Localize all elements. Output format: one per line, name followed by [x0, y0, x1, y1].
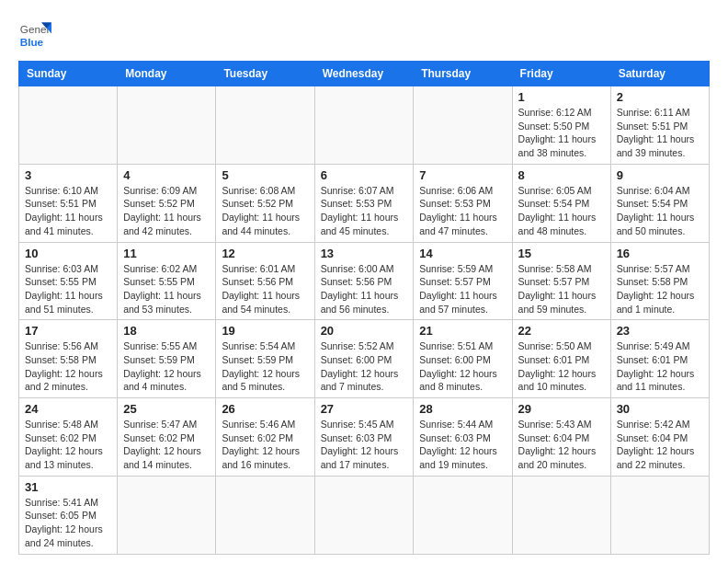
calendar-cell: 25Sunrise: 5:47 AM Sunset: 6:02 PM Dayli… — [118, 398, 216, 477]
calendar-cell — [610, 476, 709, 554]
day-info: Sunrise: 5:56 AM Sunset: 5:58 PM Dayligh… — [25, 339, 111, 394]
svg-text:Blue: Blue — [20, 36, 44, 48]
day-number: 30 — [617, 402, 703, 416]
calendar-cell — [216, 476, 314, 554]
calendar-cell: 23Sunrise: 5:49 AM Sunset: 6:01 PM Dayli… — [610, 320, 709, 398]
day-number: 11 — [123, 247, 210, 260]
calendar-table: SundayMondayTuesdayWednesdayThursdayFrid… — [18, 61, 710, 555]
day-number: 4 — [123, 168, 210, 182]
day-info: Sunrise: 6:08 AM Sunset: 5:52 PM Dayligh… — [222, 184, 308, 238]
day-info: Sunrise: 6:04 AM Sunset: 5:54 PM Dayligh… — [617, 184, 703, 238]
calendar-cell: 16Sunrise: 5:57 AM Sunset: 5:58 PM Dayli… — [610, 242, 709, 320]
day-number: 16 — [617, 247, 703, 260]
calendar-cell: 10Sunrise: 6:03 AM Sunset: 5:55 PM Dayli… — [19, 242, 118, 320]
calendar-cell — [216, 86, 314, 165]
calendar-cell — [118, 86, 216, 165]
day-info: Sunrise: 6:02 AM Sunset: 5:55 PM Dayligh… — [123, 262, 210, 316]
day-number: 2 — [617, 90, 703, 104]
calendar-cell: 5Sunrise: 6:08 AM Sunset: 5:52 PM Daylig… — [216, 164, 314, 242]
calendar-cell: 9Sunrise: 6:04 AM Sunset: 5:54 PM Daylig… — [610, 164, 709, 242]
calendar-cell: 14Sunrise: 5:59 AM Sunset: 5:57 PM Dayli… — [414, 242, 512, 320]
calendar-cell: 31Sunrise: 5:41 AM Sunset: 6:05 PM Dayli… — [19, 476, 118, 554]
day-number: 29 — [518, 402, 605, 416]
day-number: 22 — [518, 324, 605, 338]
weekday-header-tuesday: Tuesday — [216, 62, 314, 86]
calendar-cell: 17Sunrise: 5:56 AM Sunset: 5:58 PM Dayli… — [19, 320, 118, 398]
calendar-cell: 12Sunrise: 6:01 AM Sunset: 5:56 PM Dayli… — [216, 242, 314, 320]
day-number: 10 — [25, 247, 111, 260]
calendar-cell: 27Sunrise: 5:45 AM Sunset: 6:03 PM Dayli… — [314, 398, 414, 477]
calendar-cell: 8Sunrise: 6:05 AM Sunset: 5:54 PM Daylig… — [512, 164, 610, 242]
week-row-4: 24Sunrise: 5:48 AM Sunset: 6:02 PM Dayli… — [19, 398, 710, 477]
day-number: 14 — [419, 247, 506, 260]
day-info: Sunrise: 5:45 AM Sunset: 6:03 PM Dayligh… — [321, 418, 408, 472]
day-info: Sunrise: 6:05 AM Sunset: 5:54 PM Dayligh… — [518, 184, 605, 238]
calendar-cell: 29Sunrise: 5:43 AM Sunset: 6:04 PM Dayli… — [512, 398, 610, 477]
calendar-cell: 11Sunrise: 6:02 AM Sunset: 5:55 PM Dayli… — [118, 242, 216, 320]
day-number: 8 — [518, 168, 605, 182]
day-info: Sunrise: 5:43 AM Sunset: 6:04 PM Dayligh… — [518, 418, 605, 472]
week-row-5: 31Sunrise: 5:41 AM Sunset: 6:05 PM Dayli… — [19, 476, 710, 554]
day-number: 15 — [518, 247, 605, 260]
day-info: Sunrise: 5:42 AM Sunset: 6:04 PM Dayligh… — [617, 418, 703, 472]
weekday-header-row: SundayMondayTuesdayWednesdayThursdayFrid… — [19, 62, 710, 86]
day-info: Sunrise: 5:48 AM Sunset: 6:02 PM Dayligh… — [25, 418, 111, 472]
calendar-cell — [118, 476, 216, 554]
calendar-cell: 30Sunrise: 5:42 AM Sunset: 6:04 PM Dayli… — [610, 398, 709, 477]
calendar-cell: 20Sunrise: 5:52 AM Sunset: 6:00 PM Dayli… — [314, 320, 414, 398]
calendar-cell: 13Sunrise: 6:00 AM Sunset: 5:56 PM Dayli… — [314, 242, 414, 320]
header: General Blue — [18, 18, 710, 52]
day-info: Sunrise: 5:55 AM Sunset: 5:59 PM Dayligh… — [123, 339, 210, 394]
calendar-cell — [314, 476, 414, 554]
day-number: 19 — [222, 324, 308, 338]
calendar-cell: 2Sunrise: 6:11 AM Sunset: 5:51 PM Daylig… — [610, 86, 709, 165]
day-number: 23 — [617, 324, 703, 338]
day-info: Sunrise: 5:59 AM Sunset: 5:57 PM Dayligh… — [419, 262, 506, 316]
day-info: Sunrise: 6:00 AM Sunset: 5:56 PM Dayligh… — [321, 262, 408, 316]
weekday-header-sunday: Sunday — [19, 62, 118, 86]
day-info: Sunrise: 6:11 AM Sunset: 5:51 PM Dayligh… — [617, 106, 703, 160]
day-info: Sunrise: 5:58 AM Sunset: 5:57 PM Dayligh… — [518, 262, 605, 316]
day-number: 9 — [617, 168, 703, 182]
weekday-header-monday: Monday — [118, 62, 216, 86]
calendar-cell: 28Sunrise: 5:44 AM Sunset: 6:03 PM Dayli… — [414, 398, 512, 477]
calendar-cell — [414, 86, 512, 165]
calendar-cell — [314, 86, 414, 165]
day-info: Sunrise: 6:10 AM Sunset: 5:51 PM Dayligh… — [25, 184, 111, 238]
day-number: 24 — [25, 402, 111, 416]
calendar-cell: 19Sunrise: 5:54 AM Sunset: 5:59 PM Dayli… — [216, 320, 314, 398]
day-info: Sunrise: 5:57 AM Sunset: 5:58 PM Dayligh… — [617, 262, 703, 316]
day-number: 31 — [25, 480, 111, 494]
calendar-cell: 24Sunrise: 5:48 AM Sunset: 6:02 PM Dayli… — [19, 398, 118, 477]
day-info: Sunrise: 5:49 AM Sunset: 6:01 PM Dayligh… — [617, 339, 703, 394]
week-row-1: 3Sunrise: 6:10 AM Sunset: 5:51 PM Daylig… — [19, 164, 710, 242]
week-row-2: 10Sunrise: 6:03 AM Sunset: 5:55 PM Dayli… — [19, 242, 710, 320]
calendar-cell: 3Sunrise: 6:10 AM Sunset: 5:51 PM Daylig… — [19, 164, 118, 242]
day-info: Sunrise: 5:41 AM Sunset: 6:05 PM Dayligh… — [25, 496, 111, 550]
calendar-cell: 15Sunrise: 5:58 AM Sunset: 5:57 PM Dayli… — [512, 242, 610, 320]
day-number: 13 — [321, 247, 408, 260]
day-number: 7 — [419, 168, 506, 182]
day-number: 17 — [25, 324, 111, 338]
day-info: Sunrise: 5:52 AM Sunset: 6:00 PM Dayligh… — [321, 339, 408, 394]
day-number: 6 — [321, 168, 408, 182]
day-number: 25 — [123, 402, 210, 416]
day-info: Sunrise: 5:51 AM Sunset: 6:00 PM Dayligh… — [419, 339, 506, 394]
logo-icon: General Blue — [18, 18, 51, 52]
calendar-cell: 22Sunrise: 5:50 AM Sunset: 6:01 PM Dayli… — [512, 320, 610, 398]
day-number: 5 — [222, 168, 308, 182]
day-number: 20 — [321, 324, 408, 338]
day-number: 12 — [222, 247, 308, 260]
day-number: 1 — [518, 90, 605, 104]
calendar-cell: 6Sunrise: 6:07 AM Sunset: 5:53 PM Daylig… — [314, 164, 414, 242]
logo: General Blue — [18, 18, 51, 52]
day-info: Sunrise: 5:54 AM Sunset: 5:59 PM Dayligh… — [222, 339, 308, 394]
calendar-cell — [19, 86, 118, 165]
day-info: Sunrise: 6:07 AM Sunset: 5:53 PM Dayligh… — [321, 184, 408, 238]
calendar-cell: 21Sunrise: 5:51 AM Sunset: 6:00 PM Dayli… — [414, 320, 512, 398]
day-info: Sunrise: 5:44 AM Sunset: 6:03 PM Dayligh… — [419, 418, 506, 472]
day-number: 28 — [419, 402, 506, 416]
calendar-cell: 7Sunrise: 6:06 AM Sunset: 5:53 PM Daylig… — [414, 164, 512, 242]
week-row-0: 1Sunrise: 6:12 AM Sunset: 5:50 PM Daylig… — [19, 86, 710, 165]
calendar-cell — [512, 476, 610, 554]
